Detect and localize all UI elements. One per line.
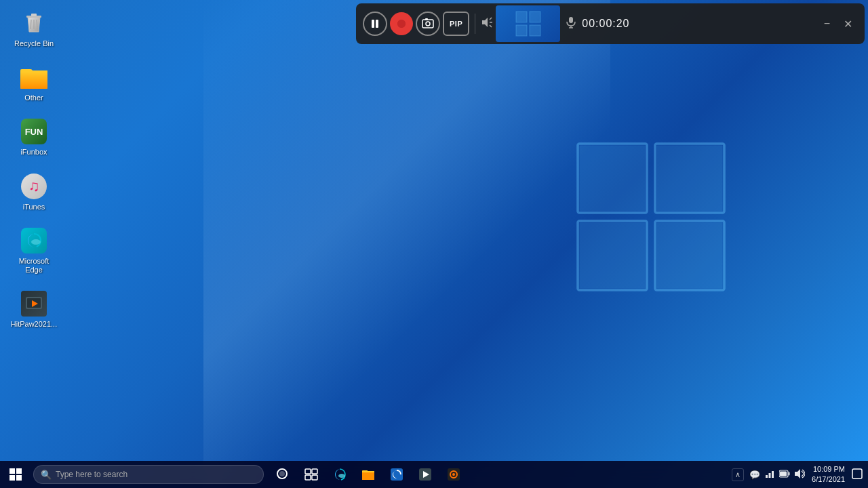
- windows-logo: [570, 136, 732, 298]
- tray-time: 10:09 PM: [813, 464, 845, 474]
- other-folder-icon[interactable]: Other: [7, 61, 61, 105]
- svg-point-40: [279, 471, 285, 476]
- itunes-label: iTunes: [23, 203, 45, 211]
- svg-line-27: [490, 25, 492, 27]
- svg-rect-41: [305, 469, 311, 474]
- svg-rect-31: [530, 25, 540, 36]
- svg-rect-59: [852, 469, 862, 479]
- tray-chevron[interactable]: ∧: [732, 468, 744, 481]
- taskbar: 🔍: [0, 461, 868, 488]
- recording-toolbar: PIP: [356, 3, 865, 44]
- svg-rect-6: [579, 222, 645, 288]
- svg-rect-17: [372, 20, 374, 28]
- minimize-button[interactable]: −: [818, 15, 835, 33]
- other-folder-label: Other: [24, 94, 43, 102]
- svg-point-51: [452, 473, 455, 476]
- svg-point-19: [397, 20, 406, 28]
- svg-rect-44: [312, 475, 317, 480]
- edge-icon[interactable]: Microsoft Edge: [7, 224, 61, 277]
- svg-rect-7: [656, 222, 722, 288]
- desktop: Recycle Bin Other: [0, 0, 868, 488]
- svg-point-45: [338, 474, 345, 478]
- svg-rect-43: [305, 475, 311, 480]
- svg-rect-52: [766, 475, 768, 478]
- recycle-bin-icon[interactable]: Recycle Bin: [7, 7, 61, 51]
- svg-rect-29: [530, 12, 540, 22]
- hitpaw-label: HitPaw2021...: [11, 320, 57, 329]
- recycle-bin-image: [20, 9, 47, 37]
- screenshot-button[interactable]: [416, 12, 440, 36]
- svg-rect-18: [376, 20, 378, 28]
- taskbar-search-icon-btn[interactable]: [269, 461, 296, 488]
- taskbar-task-view[interactable]: [298, 461, 325, 488]
- svg-rect-28: [516, 12, 527, 22]
- ifunbox-image: FUN: [20, 118, 47, 145]
- svg-rect-9: [31, 14, 37, 16]
- taskbar-edge2[interactable]: [383, 461, 410, 488]
- stop-button[interactable]: [390, 12, 413, 35]
- svg-rect-5: [656, 145, 722, 211]
- other-folder-image: [20, 64, 47, 91]
- svg-rect-37: [9, 475, 15, 481]
- svg-rect-53: [769, 473, 771, 478]
- itunes-icon[interactable]: ♫ iTunes: [7, 170, 61, 214]
- close-button[interactable]: ✕: [838, 15, 858, 33]
- svg-rect-38: [16, 475, 22, 481]
- svg-line-25: [490, 18, 492, 20]
- toolbar-divider-1: [475, 14, 475, 34]
- tray-clock[interactable]: 10:09 PM 6/17/2021: [808, 464, 849, 485]
- tray-battery-icon[interactable]: [779, 470, 790, 480]
- svg-rect-23: [425, 18, 428, 20]
- desktop-icon-area: Recycle Bin Other: [0, 0, 68, 348]
- light-beam: [203, 0, 610, 488]
- svg-rect-56: [789, 472, 790, 475]
- tray-notification-icon[interactable]: 💬: [749, 470, 760, 480]
- pause-button[interactable]: [363, 12, 387, 36]
- tray-notification-button[interactable]: [852, 468, 863, 481]
- ifunbox-label: iFunbox: [20, 148, 47, 157]
- svg-marker-58: [795, 469, 800, 479]
- svg-rect-30: [516, 25, 527, 36]
- taskbar-search-icon: 🔍: [41, 470, 52, 480]
- svg-line-10: [31, 20, 31, 29]
- edge-label: Microsoft Edge: [9, 257, 58, 274]
- start-button[interactable]: [0, 461, 31, 488]
- svg-point-20: [399, 22, 403, 26]
- svg-rect-21: [422, 20, 433, 28]
- taskbar-search-bar[interactable]: 🔍: [33, 465, 264, 484]
- microphone-icon[interactable]: [566, 16, 576, 31]
- svg-rect-4: [579, 145, 645, 211]
- svg-rect-57: [780, 471, 787, 476]
- svg-rect-35: [9, 468, 15, 474]
- svg-rect-42: [312, 469, 317, 474]
- search-input[interactable]: [56, 470, 256, 479]
- preview-thumbnail: [496, 5, 560, 42]
- tray-volume-icon[interactable]: [794, 468, 805, 481]
- system-tray: ∧ 💬: [732, 464, 868, 485]
- tray-date: 6/17/2021: [812, 474, 845, 485]
- svg-marker-24: [482, 18, 488, 27]
- taskbar-explorer[interactable]: [355, 461, 382, 488]
- pip-button[interactable]: PIP: [443, 12, 469, 36]
- taskbar-app-icons: [269, 461, 467, 488]
- svg-rect-32: [569, 17, 573, 23]
- ifunbox-icon[interactable]: FUN iFunbox: [7, 115, 61, 159]
- hitpaw-image: [20, 290, 47, 317]
- taskbar-media[interactable]: [412, 461, 439, 488]
- tray-network-icon[interactable]: [764, 468, 775, 481]
- taskbar-hitpaw[interactable]: [440, 461, 467, 488]
- tray-icons: 💬: [749, 468, 805, 481]
- svg-point-13: [31, 239, 41, 245]
- recycle-bin-label: Recycle Bin: [14, 39, 54, 48]
- volume-icon[interactable]: [481, 16, 493, 31]
- timer-display: 00:00:20: [582, 18, 629, 30]
- svg-line-12: [37, 20, 37, 29]
- svg-rect-36: [16, 468, 22, 474]
- svg-point-22: [426, 22, 430, 26]
- itunes-image: ♫: [20, 173, 47, 200]
- taskbar-edge[interactable]: [326, 461, 353, 488]
- edge-image: [20, 227, 47, 254]
- svg-rect-54: [772, 471, 774, 478]
- hitpaw-icon[interactable]: HitPaw2021...: [7, 287, 61, 331]
